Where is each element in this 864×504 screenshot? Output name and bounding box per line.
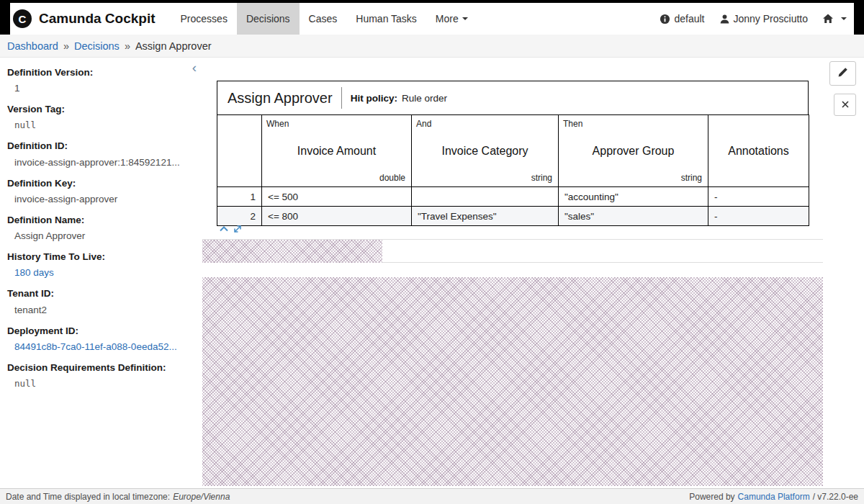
nav-item-more[interactable]: More bbox=[426, 3, 477, 35]
dmn-panel: Assign Approver Hit policy: Rule order W… bbox=[202, 58, 823, 240]
camunda-cockpit-page: C Camunda Cockpit ProcessesDecisionsCase… bbox=[0, 0, 864, 504]
nav-item-label: More bbox=[436, 13, 459, 24]
definition-field-version-tag: Version Tag:null bbox=[7, 103, 194, 130]
home-menu[interactable] bbox=[822, 13, 847, 24]
dmn-corner-header bbox=[217, 115, 262, 187]
field-label: Version Tag: bbox=[7, 103, 194, 116]
dmn-column-invoice-category: AndInvoice Categorystring bbox=[412, 115, 559, 187]
timezone-note: Date and Time displayed in local timezon… bbox=[6, 492, 230, 502]
definition-field-deployment-id: Deployment ID:84491c8b-7ca0-11ef-a088-0e… bbox=[7, 325, 194, 352]
field-value: null bbox=[7, 120, 194, 130]
logo-letter: C bbox=[19, 13, 27, 25]
navbar-inner: C Camunda Cockpit ProcessesDecisionsCase… bbox=[10, 3, 854, 35]
table-resize-controls bbox=[218, 223, 243, 238]
column-type: double bbox=[379, 173, 405, 183]
version-text: / v7.22.0-ee bbox=[813, 492, 858, 502]
pencil-icon bbox=[837, 67, 848, 80]
rule-cell: - bbox=[708, 207, 809, 226]
nav-item-decisions[interactable]: Decisions bbox=[237, 3, 300, 35]
field-value: null bbox=[7, 378, 194, 389]
column-name: Invoice Amount bbox=[262, 145, 411, 158]
info-icon bbox=[660, 14, 670, 24]
lower-tabbar bbox=[202, 240, 823, 263]
rule-cell: "sales" bbox=[559, 207, 708, 226]
header-right: default Jonny Prosciutto bbox=[660, 13, 854, 24]
dmn-rule-row: 2<= 800"Travel Expenses""sales"- bbox=[217, 207, 809, 226]
definition-field-definition-name: Definition Name:Assign Approver bbox=[7, 214, 194, 241]
nav-item-label: Processes bbox=[181, 13, 228, 24]
definition-field-history-time-to-live: History Time To Live:180 days bbox=[7, 251, 194, 278]
main-content: Assign Approver Hit policy: Rule order W… bbox=[202, 58, 864, 488]
user-icon bbox=[719, 14, 730, 24]
dmn-body: 1<= 500"accounting"-2<= 800"Travel Expen… bbox=[217, 187, 809, 226]
definition-sidebar: ‹ Definition Version:1Version Tag:nullDe… bbox=[0, 58, 202, 488]
powered-by-text: Powered by bbox=[689, 492, 734, 502]
timezone-prefix: Date and Time displayed in local timezon… bbox=[6, 492, 170, 502]
user-name: Jonny Prosciutto bbox=[734, 13, 809, 24]
nav-item-cases[interactable]: Cases bbox=[300, 3, 347, 35]
powered-by: Powered by Camunda Platform / v7.22.0-ee bbox=[689, 492, 858, 502]
breadcrumb-bar: Dashboard»Decisions»Assign Approver bbox=[0, 35, 864, 58]
camunda-platform-link[interactable]: Camunda Platform bbox=[738, 492, 810, 502]
breadcrumb-decisions[interactable]: Decisions bbox=[74, 40, 120, 52]
rule-cell: <= 500 bbox=[262, 187, 412, 207]
field-value: invoice-assign-approver:1:84592121... bbox=[7, 157, 194, 168]
column-name: Invoice Category bbox=[412, 145, 558, 158]
decision-table: WhenInvoice AmountdoubleAndInvoice Categ… bbox=[217, 114, 809, 226]
app-title: Camunda Cockpit bbox=[39, 11, 156, 27]
breadcrumb-assign-approver: Assign Approver bbox=[135, 40, 212, 52]
nav-item-processes[interactable]: Processes bbox=[171, 3, 237, 35]
rule-cell: <= 800 bbox=[262, 207, 412, 226]
nav-item-label: Decisions bbox=[246, 13, 290, 24]
nav-item-human-tasks[interactable]: Human Tasks bbox=[346, 3, 426, 35]
hit-policy-label: Hit policy: bbox=[351, 93, 397, 104]
field-value: invoice-assign-approver bbox=[7, 194, 194, 204]
dmn-column-approver-group: ThenApprover Groupstring bbox=[559, 115, 708, 187]
field-label: Definition Version: bbox=[7, 66, 194, 79]
column-name: Approver Group bbox=[559, 145, 708, 158]
field-label: Tenant ID: bbox=[7, 287, 194, 300]
field-label: Definition Key: bbox=[7, 177, 194, 190]
hit-policy-value: Rule order bbox=[402, 93, 447, 104]
definition-field-tenant-id: Tenant ID:tenant2 bbox=[7, 287, 194, 315]
field-value[interactable]: 180 days bbox=[7, 267, 194, 278]
camunda-logo[interactable]: C bbox=[13, 9, 32, 28]
close-button[interactable] bbox=[834, 94, 856, 116]
caret-down-icon bbox=[841, 17, 847, 20]
dmn-column-annotations: Annotations bbox=[708, 115, 809, 187]
field-label: Decision Requirements Definition: bbox=[7, 361, 194, 374]
edit-decision-button[interactable] bbox=[829, 61, 856, 86]
main-nav: ProcessesDecisionsCasesHuman TasksMore bbox=[171, 3, 477, 35]
definition-field-decision-requirements-definition: Decision Requirements Definition:null bbox=[7, 361, 194, 389]
field-label: History Time To Live: bbox=[7, 251, 194, 264]
footer: Date and Time displayed in local timezon… bbox=[0, 488, 864, 504]
caret-down-icon bbox=[462, 17, 468, 20]
dmn-table-widget: Assign Approver Hit policy: Rule order W… bbox=[217, 81, 809, 226]
field-label: Deployment ID: bbox=[7, 325, 194, 338]
column-type: string bbox=[531, 173, 552, 183]
user-menu[interactable]: Jonny Prosciutto bbox=[719, 13, 809, 24]
dmn-header-row: WhenInvoice AmountdoubleAndInvoice Categ… bbox=[217, 115, 809, 187]
tabs-placeholder bbox=[202, 240, 382, 263]
rule-cell: "accounting" bbox=[559, 187, 708, 207]
field-value[interactable]: 84491c8b-7ca0-11ef-a088-0eeda52... bbox=[7, 341, 194, 352]
decision-name: Assign Approver bbox=[228, 90, 333, 107]
title-divider bbox=[341, 87, 342, 109]
breadcrumb-dashboard[interactable]: Dashboard bbox=[7, 40, 58, 52]
clause-label: And bbox=[416, 119, 431, 129]
definition-field-definition-version: Definition Version:1 bbox=[7, 66, 194, 94]
resize-table-handle[interactable] bbox=[232, 223, 243, 238]
dmn-column-invoice-amount: WhenInvoice Amountdouble bbox=[262, 115, 412, 187]
breadcrumb: Dashboard»Decisions»Assign Approver bbox=[7, 40, 212, 52]
field-value: Assign Approver bbox=[7, 230, 194, 241]
breadcrumb-separator: » bbox=[63, 40, 69, 52]
collapse-sidebar-button[interactable]: ‹ bbox=[189, 59, 199, 76]
field-value: 1 bbox=[7, 83, 194, 94]
rule-number: 1 bbox=[217, 187, 262, 207]
engine-selector[interactable]: default bbox=[660, 13, 704, 24]
collapse-table-button[interactable] bbox=[218, 223, 230, 238]
clause-label: When bbox=[266, 119, 289, 129]
dmn-title-bar: Assign Approver Hit policy: Rule order bbox=[217, 81, 809, 115]
field-label: Definition ID: bbox=[7, 140, 194, 153]
close-icon bbox=[842, 99, 849, 110]
